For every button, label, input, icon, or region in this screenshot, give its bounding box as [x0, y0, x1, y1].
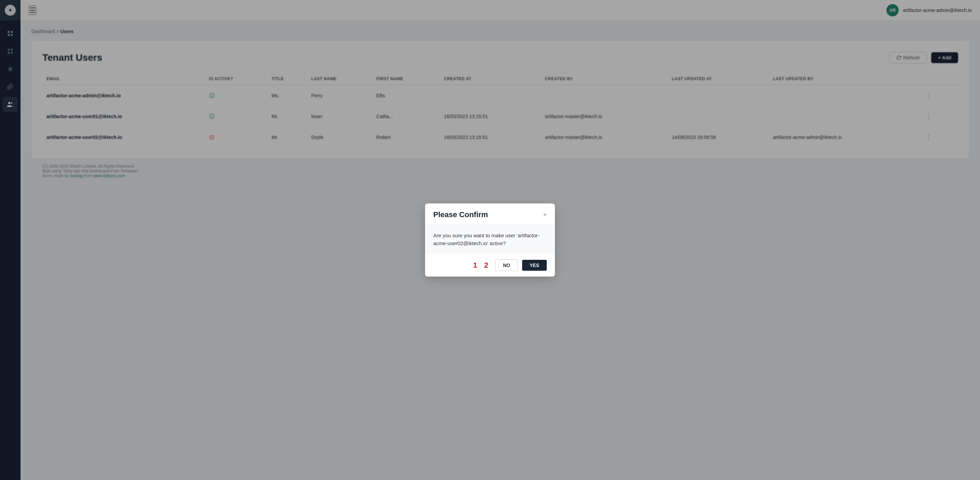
modal-title: Please Confirm [433, 210, 488, 219]
modal-number-2: 2 [484, 261, 488, 270]
confirm-modal: Please Confirm × Are you sure you want t… [425, 203, 555, 277]
modal-header: Please Confirm × [425, 203, 555, 225]
modal-body-text: Are you sure you want to make user 'arti… [433, 232, 547, 247]
modal-body: Are you sure you want to make user 'arti… [425, 225, 555, 254]
modal-footer: 1 2 NO YES [425, 254, 555, 277]
modal-number-1: 1 [473, 261, 477, 270]
confirm-overlay: Please Confirm × Are you sure you want t… [21, 0, 980, 480]
main-wrapper: ☰ AR artifactor-acme-admin@iktech.io Das… [21, 0, 980, 480]
modal-yes-button[interactable]: YES [522, 260, 547, 271]
modal-close-button[interactable]: × [543, 212, 547, 218]
modal-no-button[interactable]: NO [495, 260, 518, 271]
